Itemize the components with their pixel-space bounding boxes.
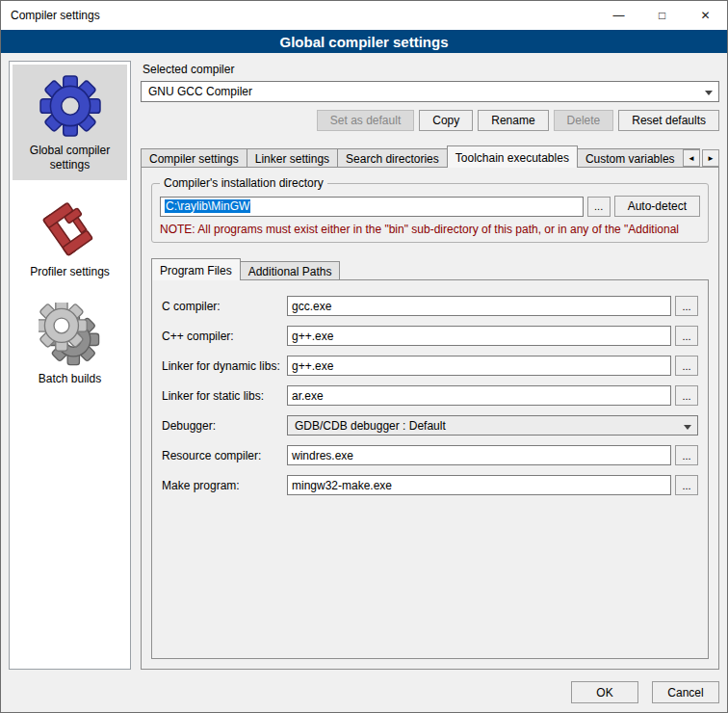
profiler-tool-icon bbox=[39, 196, 102, 259]
field-row-make-program: Make program: mingw32-make.exe ... bbox=[162, 475, 698, 495]
c-compiler-browse-button[interactable]: ... bbox=[675, 296, 698, 316]
make-program-input[interactable]: mingw32-make.exe bbox=[287, 475, 671, 495]
cancel-button[interactable]: Cancel bbox=[652, 681, 719, 703]
field-label: C compiler: bbox=[162, 300, 287, 313]
sidebar-item-label: Global compiler settings bbox=[14, 144, 125, 172]
resource-compiler-browse-button[interactable]: ... bbox=[675, 445, 698, 465]
tab-custom-variables[interactable]: Custom variables bbox=[577, 148, 684, 168]
compiler-settings-dialog: Compiler settings — □ ✕ Global compiler … bbox=[0, 0, 728, 713]
selected-compiler-label: Selected compiler bbox=[143, 63, 719, 76]
installation-directory-group-title: Compiler's installation directory bbox=[160, 176, 327, 190]
rename-button[interactable]: Rename bbox=[478, 110, 548, 131]
main-area: Global compiler settings Profiler settin… bbox=[1, 53, 727, 677]
field-value: gcc.exe bbox=[292, 300, 331, 313]
close-button[interactable]: ✕ bbox=[684, 1, 727, 30]
delete-button: Delete bbox=[554, 110, 614, 131]
debugger-value: GDB/CDB debugger : Default bbox=[295, 419, 446, 433]
field-label: Make program: bbox=[162, 479, 287, 492]
installation-directory-value: C:\raylib\MinGW bbox=[165, 199, 250, 213]
field-label: C++ compiler: bbox=[162, 330, 287, 343]
settings-category-list: Global compiler settings Profiler settin… bbox=[9, 61, 131, 670]
gray-gears-icon bbox=[39, 303, 102, 366]
title-bar: Compiler settings — □ ✕ bbox=[1, 1, 727, 30]
field-value: g++.exe bbox=[292, 330, 333, 343]
field-label: Linker for static libs: bbox=[162, 389, 287, 403]
tab-program-files[interactable]: Program Files bbox=[151, 258, 241, 280]
global-compiler-settings-panel: Selected compiler GNU GCC Compiler Set a… bbox=[141, 61, 719, 670]
installation-directory-group: Compiler's installation directory C:\ray… bbox=[151, 183, 709, 243]
sidebar-item-global-compiler-settings[interactable]: Global compiler settings bbox=[13, 65, 127, 180]
ok-button[interactable]: OK bbox=[571, 681, 638, 703]
cpp-compiler-browse-button[interactable]: ... bbox=[675, 326, 698, 346]
c-compiler-input[interactable]: gcc.exe bbox=[287, 296, 671, 316]
minimize-button[interactable]: — bbox=[597, 1, 640, 30]
linker-static-input[interactable]: ar.exe bbox=[287, 385, 671, 406]
tab-search-directories[interactable]: Search directories bbox=[337, 148, 448, 168]
tab-toolchain-executables[interactable]: Toolchain executables bbox=[447, 145, 578, 168]
linker-dynamic-input[interactable]: g++.exe bbox=[287, 356, 671, 376]
sidebar-item-label: Profiler settings bbox=[30, 265, 110, 279]
program-files-tab-strip: Program Files Additional Paths bbox=[151, 258, 709, 280]
debugger-select[interactable]: GDB/CDB debugger : Default bbox=[287, 415, 698, 436]
bin-subdirectory-note: NOTE: All programs must exist either in … bbox=[160, 223, 700, 236]
field-row-resource-compiler: Resource compiler: windres.exe ... bbox=[162, 445, 698, 465]
selected-compiler-value: GNU GCC Compiler bbox=[148, 85, 252, 98]
field-row-c-compiler: C compiler: gcc.exe ... bbox=[162, 296, 698, 316]
toolchain-executables-page: Compiler's installation directory C:\ray… bbox=[141, 167, 719, 670]
set-as-default-button: Set as default bbox=[317, 110, 414, 131]
tab-scrollers: ◄ ► bbox=[683, 149, 719, 167]
auto-detect-button[interactable]: Auto-detect bbox=[614, 196, 700, 217]
make-program-browse-button[interactable]: ... bbox=[675, 475, 698, 495]
sidebar-item-batch-builds[interactable]: Batch builds bbox=[13, 293, 127, 394]
cpp-compiler-input[interactable]: g++.exe bbox=[287, 326, 671, 346]
copy-button[interactable]: Copy bbox=[419, 110, 473, 131]
sidebar-item-profiler-settings[interactable]: Profiler settings bbox=[13, 186, 127, 287]
compiler-actions: Set as default Copy Rename Delete Reset … bbox=[141, 110, 719, 131]
window-title: Compiler settings bbox=[1, 9, 597, 22]
page-title: Global compiler settings bbox=[1, 30, 727, 53]
field-row-linker-static: Linker for static libs: ar.exe ... bbox=[162, 385, 698, 406]
reset-defaults-button[interactable]: Reset defaults bbox=[618, 110, 719, 131]
sidebar-item-label: Batch builds bbox=[39, 372, 101, 386]
field-row-debugger: Debugger: GDB/CDB debugger : Default bbox=[162, 415, 698, 436]
tab-scroll-right-icon[interactable]: ► bbox=[702, 149, 719, 167]
program-files-page: C compiler: gcc.exe ... C++ compiler: g+… bbox=[151, 279, 709, 659]
field-value: mingw32-make.exe bbox=[292, 479, 392, 492]
maximize-button[interactable]: □ bbox=[640, 1, 684, 30]
tab-additional-paths[interactable]: Additional Paths bbox=[240, 261, 341, 280]
tab-compiler-settings[interactable]: Compiler settings bbox=[141, 148, 247, 168]
settings-tab-strip: Compiler settings Linker settings Search… bbox=[141, 145, 719, 168]
chevron-down-icon bbox=[705, 91, 713, 95]
field-value: g++.exe bbox=[292, 359, 333, 373]
installation-directory-row: C:\raylib\MinGW ... Auto-detect bbox=[160, 196, 700, 217]
chevron-down-icon bbox=[684, 425, 691, 430]
installation-directory-input[interactable]: C:\raylib\MinGW bbox=[160, 197, 584, 217]
linker-static-browse-button[interactable]: ... bbox=[675, 385, 698, 406]
selected-compiler-select[interactable]: GNU GCC Compiler bbox=[141, 81, 719, 102]
installation-directory-browse-button[interactable]: ... bbox=[587, 197, 611, 217]
dialog-footer: OK Cancel bbox=[1, 677, 727, 712]
field-value: windres.exe bbox=[292, 449, 353, 462]
field-row-linker-dynamic: Linker for dynamic libs: g++.exe ... bbox=[162, 356, 698, 376]
blue-gear-icon bbox=[39, 74, 102, 138]
field-label: Resource compiler: bbox=[162, 449, 287, 462]
field-row-cpp-compiler: C++ compiler: g++.exe ... bbox=[162, 326, 698, 346]
field-label: Debugger: bbox=[162, 419, 287, 433]
field-value: ar.exe bbox=[292, 389, 324, 403]
tab-linker-settings[interactable]: Linker settings bbox=[247, 148, 338, 168]
tab-scroll-left-icon[interactable]: ◄ bbox=[683, 149, 700, 167]
field-label: Linker for dynamic libs: bbox=[162, 359, 287, 373]
linker-dynamic-browse-button[interactable]: ... bbox=[675, 356, 698, 376]
resource-compiler-input[interactable]: windres.exe bbox=[287, 445, 671, 465]
